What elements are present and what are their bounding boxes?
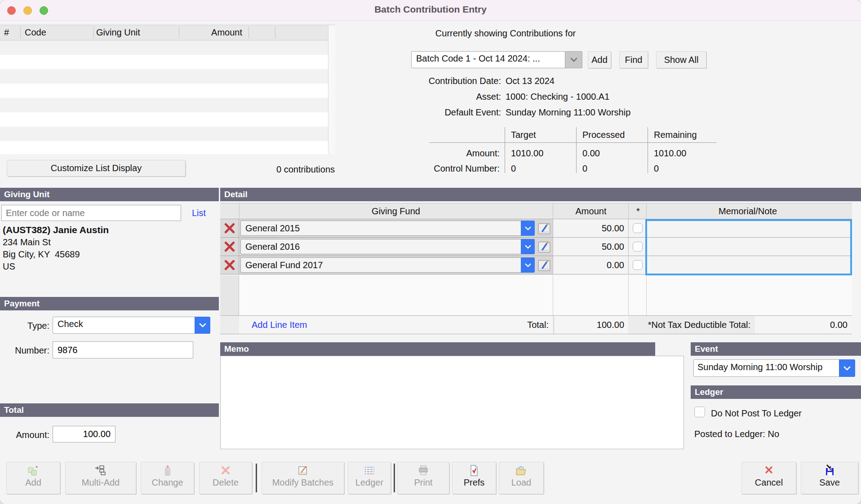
batch-add-button[interactable]: Add xyxy=(588,51,611,68)
detail-row-1: General 2015 50.00 xyxy=(220,219,852,238)
red-x-icon xyxy=(224,259,235,271)
column-header-code[interactable]: Code xyxy=(25,25,46,40)
add-line-item-link[interactable]: Add Line Item xyxy=(252,316,307,334)
summary-amount-target: 1010.00 xyxy=(511,147,543,159)
not-tax-deductible-checkbox[interactable] xyxy=(633,260,643,270)
payment-type-label: Type: xyxy=(0,319,49,332)
batch-find-button[interactable]: Find xyxy=(619,51,648,68)
detail-rows: General 2015 50.00 xyxy=(220,219,852,274)
giving-fund-value: General Fund 2017 xyxy=(245,260,323,270)
batch-heading: Currently showing Contributions for xyxy=(393,27,618,40)
memorial-note-field[interactable] xyxy=(647,256,852,274)
giving-unit-search-input[interactable] xyxy=(1,205,181,221)
detail-col-star: * xyxy=(630,203,646,219)
asset-label: Asset: xyxy=(366,90,501,103)
memorial-note-field[interactable] xyxy=(647,219,852,237)
add-button[interactable]: Add xyxy=(6,462,60,494)
line-amount[interactable]: 50.00 xyxy=(553,238,628,256)
memorial-note-field[interactable] xyxy=(647,238,852,256)
column-divider xyxy=(20,27,21,39)
default-event-label: Default Event: xyxy=(366,106,501,119)
detail-table-header: Giving Fund Amount * Memorial/Note xyxy=(220,203,852,219)
ledger-header: Ledger xyxy=(691,385,861,399)
table-scrollbar[interactable] xyxy=(328,25,335,154)
payment-header: Payment xyxy=(0,297,219,310)
column-header-amount[interactable]: Amount xyxy=(179,25,242,40)
delete-x-icon xyxy=(219,464,232,477)
batch-show-all-button[interactable]: Show All xyxy=(656,51,706,68)
giving-fund-select[interactable]: General 2016 xyxy=(240,239,535,254)
giving-unit-list-link[interactable]: List xyxy=(192,207,206,219)
change-button[interactable]: Change xyxy=(141,462,194,494)
line-amount[interactable]: 0.00 xyxy=(553,256,628,274)
summary-col-remaining: Remaining xyxy=(654,128,697,141)
customize-list-display-button[interactable]: Customize List Display xyxy=(7,160,186,177)
giving-fund-select[interactable]: General Fund 2017 xyxy=(240,257,535,273)
total-amount-input[interactable] xyxy=(53,426,115,442)
payment-number-input[interactable] xyxy=(53,341,193,358)
delete-line-button[interactable] xyxy=(220,219,239,237)
line-amount[interactable]: 50.00 xyxy=(553,219,628,237)
batch-select-value: Batch Code 1 - Oct 14 2024: ... xyxy=(416,53,564,64)
save-button[interactable]: Save xyxy=(801,462,858,494)
summary-divider xyxy=(576,127,577,173)
column-divider xyxy=(239,203,240,219)
summary-control-remaining: 0 xyxy=(654,162,659,175)
contributions-table-header: # Code Giving Unit Amount xyxy=(0,25,335,40)
edit-fund-button[interactable] xyxy=(537,221,551,237)
giving-unit-header: Giving Unit xyxy=(0,188,219,201)
not-tax-deductible-checkbox[interactable] xyxy=(633,223,643,233)
giving-fund-select[interactable]: General 2015 xyxy=(240,221,535,236)
modify-batches-icon xyxy=(297,464,309,477)
event-select[interactable]: Sunday Morning 11:00 Worship xyxy=(693,359,855,377)
event-select-value: Sunday Morning 11:00 Worship xyxy=(697,362,838,372)
empty-row xyxy=(0,127,328,141)
printer-icon xyxy=(417,464,430,477)
summary-control-processed: 0 xyxy=(582,162,587,175)
print-button[interactable]: Print xyxy=(397,462,449,494)
column-header-giving-unit[interactable]: Giving Unit xyxy=(96,25,140,40)
payment-type-select[interactable]: Check xyxy=(53,317,210,334)
modify-batches-button[interactable]: Modify Batches xyxy=(262,462,344,494)
not-tax-deductible-checkbox[interactable] xyxy=(633,242,643,252)
payment-number-label: Number: xyxy=(0,344,49,357)
delete-button[interactable]: Delete xyxy=(199,462,252,494)
do-not-post-checkbox[interactable] xyxy=(694,407,705,417)
asset-value: 1000: Checking - 1000.A1 xyxy=(506,90,609,103)
detail-footer: Add Line Item Total: 100.00 *Not Tax Ded… xyxy=(220,315,852,334)
chevron-down-icon xyxy=(839,359,855,377)
giving-unit-address-1: 234 Main St xyxy=(3,236,51,248)
load-button[interactable]: Load xyxy=(499,462,544,494)
payment-type-value: Check xyxy=(58,319,83,329)
cancel-button[interactable]: Cancel xyxy=(741,462,796,494)
edit-fund-button[interactable] xyxy=(537,240,551,255)
edit-fund-button[interactable] xyxy=(537,258,551,274)
summary-divider xyxy=(648,127,648,173)
detail-row-2: General 2016 50.00 xyxy=(220,238,852,256)
summary-control-label: Control Number: xyxy=(365,162,500,175)
detail-col-memorial: Memorial/Note xyxy=(648,203,848,219)
giving-fund-value: General 2016 xyxy=(245,242,300,252)
column-divider xyxy=(628,203,629,219)
prefs-button[interactable]: Prefs xyxy=(452,462,496,494)
red-x-icon xyxy=(224,222,235,234)
detail-total-label: Total: xyxy=(527,316,549,334)
memo-textarea[interactable] xyxy=(220,356,684,449)
delete-line-button[interactable] xyxy=(220,256,239,274)
ledger-button[interactable]: Ledger xyxy=(348,462,391,494)
column-header-number[interactable]: # xyxy=(4,25,9,40)
pencil-edit-icon xyxy=(537,240,551,253)
column-divider xyxy=(275,27,275,39)
giving-unit-name: (AUST382) Janie Austin xyxy=(3,224,109,236)
column-divider xyxy=(179,27,179,39)
summary-amount-label: Amount: xyxy=(365,147,500,159)
multi-add-button[interactable]: Multi-Add xyxy=(65,462,136,494)
detail-header: Detail xyxy=(220,188,861,201)
delete-line-button[interactable] xyxy=(220,238,239,256)
batch-select[interactable]: Batch Code 1 - Oct 14 2024: ... xyxy=(411,51,582,68)
column-divider xyxy=(249,27,249,39)
chevron-down-icon xyxy=(521,221,535,236)
pencil-edit-icon xyxy=(537,258,551,272)
red-x-icon xyxy=(224,241,235,252)
save-floppy-icon xyxy=(823,464,836,477)
